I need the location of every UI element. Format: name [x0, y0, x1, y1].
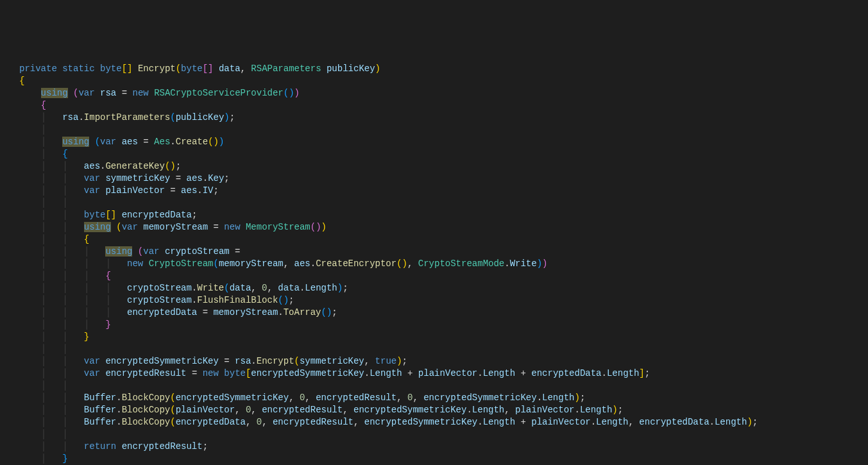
- method-Encrypt: Encrypt: [257, 356, 294, 366]
- paren: ): [224, 112, 229, 123]
- keyword-var: var: [100, 137, 116, 147]
- prop-IV: IV: [203, 185, 214, 196]
- paren: (): [396, 258, 407, 269]
- paren: (: [176, 63, 181, 74]
- var-encryptedSymmetricKey: encryptedSymmetricKey: [176, 393, 289, 403]
- var-encryptedData: encryptedData: [122, 210, 192, 220]
- prop-Length: Length: [715, 417, 747, 427]
- paren: (: [170, 393, 175, 403]
- paren: ): [294, 88, 300, 98]
- var-encryptedResult: encryptedResult: [105, 368, 186, 378]
- type-Buffer: Buffer: [84, 417, 116, 427]
- paren: ): [747, 417, 752, 427]
- var-plainVector: plainVector: [418, 368, 477, 378]
- var-publicKey: publicKey: [176, 112, 225, 123]
- paren: (): [278, 295, 289, 305]
- paren: (): [311, 222, 321, 232]
- method-BlockCopy: BlockCopy: [122, 417, 171, 427]
- type-Buffer: Buffer: [84, 393, 116, 403]
- prop-Length: Length: [580, 405, 612, 415]
- prop-Length: Length: [483, 368, 515, 378]
- keyword-return: return: [84, 441, 116, 452]
- paren: ): [396, 356, 402, 366]
- method-GenerateKey: GenerateKey: [105, 161, 164, 171]
- keyword-var: var: [143, 246, 159, 257]
- type-Buffer: Buffer: [84, 405, 116, 415]
- var-symmetricKey: symmetricKey: [105, 173, 170, 183]
- var-encryptedResult: encryptedResult: [122, 441, 203, 452]
- paren: (: [170, 417, 175, 427]
- method-CreateEncryptor: CreateEncryptor: [316, 258, 396, 269]
- method-name: Encrypt: [138, 63, 176, 74]
- var-plainVector: plainVector: [176, 405, 235, 415]
- brace: {: [84, 234, 89, 244]
- paren: (: [170, 405, 175, 415]
- keyword-byte: byte: [224, 368, 246, 378]
- var-aes: aes: [294, 258, 311, 269]
- var-encryptedSymmetricKey: encryptedSymmetricKey: [353, 405, 466, 415]
- prop-Length: Length: [305, 283, 337, 293]
- var-encryptedData: encryptedData: [531, 368, 601, 378]
- bracket: []: [122, 63, 133, 74]
- paren: ): [337, 283, 343, 293]
- paren: ): [537, 258, 542, 269]
- keyword-new: new: [133, 88, 149, 98]
- var-rsa: rsa: [100, 88, 116, 98]
- keyword-var: var: [84, 173, 100, 183]
- paren: (): [165, 161, 176, 171]
- brace: }: [105, 319, 110, 330]
- paren: ): [375, 63, 380, 74]
- prop-Length: Length: [483, 417, 515, 427]
- var-cryptoStream: cryptoStream: [165, 246, 230, 257]
- number: 0: [262, 283, 267, 293]
- paren: (: [294, 356, 300, 366]
- prop-Length: Length: [596, 417, 628, 427]
- prop-Length: Length: [607, 368, 639, 378]
- paren: (): [284, 88, 294, 98]
- var-plainVector: plainVector: [515, 405, 574, 415]
- var-plainVector: plainVector: [105, 185, 164, 196]
- keyword-static: static: [62, 63, 94, 74]
- method-FlushFinalBlock: FlushFinalBlock: [197, 295, 278, 305]
- param-publicKey: publicKey: [327, 63, 375, 74]
- var-data: data: [230, 283, 251, 293]
- paren: (: [170, 112, 175, 123]
- prop-Key: Key: [208, 173, 224, 183]
- brace: {: [41, 100, 46, 110]
- var-memoryStream: memoryStream: [219, 258, 284, 269]
- var-encryptedSymmetricKey: encryptedSymmetricKey: [423, 393, 536, 403]
- keyword-new: new: [203, 368, 219, 378]
- keyword-private: private: [19, 63, 57, 74]
- keyword-using: using: [105, 246, 132, 257]
- paren: ): [321, 222, 327, 232]
- var-encryptedSymmetricKey: encryptedSymmetricKey: [364, 417, 477, 427]
- brace: {: [105, 271, 110, 281]
- code-editor[interactable]: private static byte[] Encrypt(byte[] dat…: [19, 63, 849, 465]
- brace: {: [19, 76, 24, 86]
- keyword-byte: byte: [84, 210, 106, 220]
- brace: }: [62, 453, 67, 464]
- var-encryptedData: encryptedData: [639, 417, 709, 427]
- keyword-using: using: [62, 137, 89, 147]
- number: 0: [257, 417, 262, 427]
- var-cryptoStream: cryptoStream: [127, 283, 192, 293]
- var-encryptedSymmetricKey: encryptedSymmetricKey: [251, 368, 364, 378]
- keyword-var: var: [84, 368, 100, 378]
- keyword-new: new: [127, 258, 143, 269]
- paren: (): [208, 137, 219, 147]
- bracket: []: [203, 63, 214, 74]
- paren: ): [612, 405, 617, 415]
- var-encryptedResult: encryptedResult: [262, 405, 343, 415]
- var-encryptedResult: encryptedResult: [273, 417, 353, 427]
- paren: (: [213, 258, 218, 269]
- method-Write: Write: [197, 283, 224, 293]
- keyword-var: var: [122, 222, 138, 232]
- var-plainVector: plainVector: [531, 417, 590, 427]
- var-aes: aes: [181, 185, 197, 196]
- keyword-byte: byte: [181, 63, 203, 74]
- method-Create: Create: [176, 137, 208, 147]
- type-CryptoStream: CryptoStream: [149, 258, 214, 269]
- param-data: data: [219, 63, 241, 74]
- type-RSAParameters: RSAParameters: [251, 63, 321, 74]
- var-memoryStream: memoryStream: [213, 307, 278, 317]
